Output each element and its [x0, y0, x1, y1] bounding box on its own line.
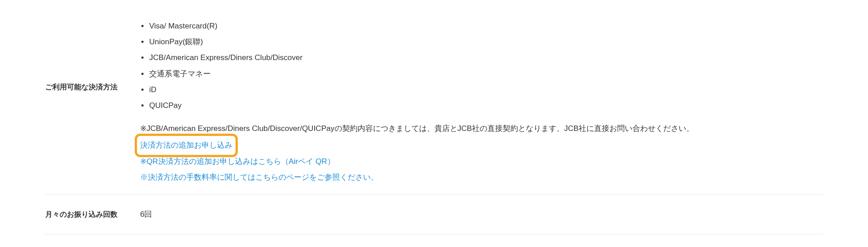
section-divider [45, 234, 823, 234]
add-qr-payment-link[interactable]: ※QR決済方法の追加お申し込みはこちら（Airペイ QR） [140, 155, 335, 168]
transfer-count-value: 6回 [140, 208, 152, 220]
add-payment-link[interactable]: 決済方法の追加お申し込み [140, 139, 232, 151]
fee-info-link[interactable]: ※決済方法の手数料率に関してはこちらのページをご参照ください。 [140, 171, 378, 183]
contract-note: ※JCB/American Express/Diners Club/Discov… [140, 122, 823, 135]
transfer-count-row: 月々のお振り込み回数 6回 [45, 195, 823, 234]
list-item: JCB/American Express/Diners Club/Discove… [149, 50, 823, 65]
list-item: 交通系電子マネー [149, 66, 823, 82]
list-item: Visa/ Mastercard(R) [149, 18, 823, 34]
payment-methods-row: ご利用可能な決済方法 Visa/ Mastercard(R) UnionPay(… [45, 9, 823, 194]
payment-methods-list: Visa/ Mastercard(R) UnionPay(銀聯) JCB/Ame… [140, 18, 823, 113]
list-item: iD [149, 82, 823, 98]
list-item: UnionPay(銀聯) [149, 34, 823, 50]
list-item: QUICPay [149, 98, 823, 113]
transfer-count-label: 月々のお振り込み回数 [45, 209, 140, 220]
payment-methods-label: ご利用可能な決済方法 [45, 18, 140, 93]
highlighted-link-wrapper: 決済方法の追加お申し込み [140, 137, 232, 153]
payment-methods-value: Visa/ Mastercard(R) UnionPay(銀聯) JCB/Ame… [140, 18, 823, 185]
